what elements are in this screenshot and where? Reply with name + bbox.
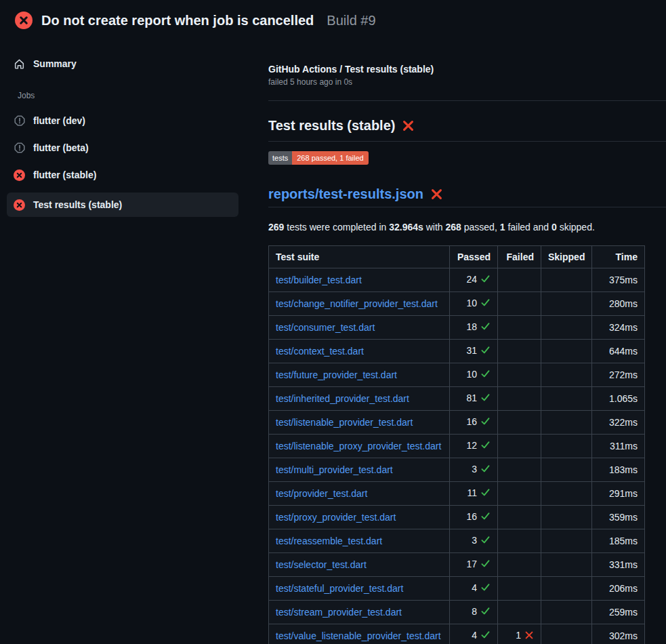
- sidebar-item-label: flutter (stable): [33, 169, 96, 180]
- passed-cell: 8: [450, 601, 498, 624]
- table-row: test/builder_test.dart24375ms: [269, 268, 645, 292]
- skipped-cell: [541, 411, 592, 435]
- suite-link[interactable]: test/listenable_proxy_provider_test.dart: [276, 441, 441, 451]
- time-cell: 322ms: [592, 411, 645, 435]
- page-title: Do not create report when job is cancell…: [41, 13, 314, 28]
- col-failed: Failed: [498, 246, 541, 268]
- time-cell: 272ms: [592, 363, 645, 387]
- table-row: test/consumer_test.dart18324ms: [269, 316, 645, 340]
- skipped-cell: [541, 506, 592, 529]
- suite-cell: test/listenable_provider_test.dart: [269, 411, 450, 435]
- suite-link[interactable]: test/builder_test.dart: [276, 275, 362, 285]
- time-cell: 359ms: [592, 506, 645, 529]
- suite-link[interactable]: test/value_listenable_provider_test.dart: [276, 630, 441, 641]
- suite-cell: test/stateful_provider_test.dart: [269, 577, 450, 601]
- passed-cell: 3: [450, 529, 498, 553]
- badge-label: tests: [268, 151, 292, 165]
- suite-cell: test/proxy_provider_test.dart: [269, 506, 450, 529]
- table-row: test/inherited_provider_test.dart811.065…: [269, 387, 645, 411]
- sidebar-item-flutter-stable[interactable]: flutter (stable): [7, 165, 238, 184]
- sidebar-item-label: Test results (stable): [33, 199, 122, 210]
- suite-link[interactable]: test/proxy_provider_test.dart: [276, 512, 396, 523]
- cancelled-icon: [14, 142, 25, 154]
- suite-link[interactable]: test/selector_test.dart: [276, 559, 367, 570]
- summary-sentence: 269 tests were completed in 32.964s with…: [268, 222, 666, 233]
- time-cell: 291ms: [592, 482, 645, 506]
- sidebar-item-test-results-stable[interactable]: Test results (stable): [7, 193, 238, 217]
- skipped-cell: [541, 458, 592, 482]
- suite-link[interactable]: test/stateful_provider_test.dart: [276, 583, 403, 594]
- col-passed: Passed: [450, 246, 498, 268]
- check-icon: [480, 440, 491, 453]
- x-icon: [524, 630, 534, 643]
- suite-link[interactable]: test/listenable_provider_test.dart: [276, 417, 413, 428]
- check-icon: [480, 487, 491, 500]
- passed-cell: 81: [450, 387, 498, 411]
- skipped-cell: [541, 292, 592, 316]
- time-cell: 259ms: [592, 601, 645, 624]
- passed-cell: 4: [450, 577, 498, 601]
- skipped-cell: [541, 363, 592, 387]
- table-row: test/reassemble_test.dart3185ms: [269, 529, 645, 553]
- suite-link[interactable]: test/future_provider_test.dart: [276, 369, 397, 380]
- failed-cell: [498, 435, 541, 458]
- suite-link[interactable]: test/inherited_provider_test.dart: [276, 393, 409, 404]
- passed-cell: 10: [450, 363, 498, 387]
- suite-cell: test/reassemble_test.dart: [269, 529, 450, 553]
- table-row: test/listenable_proxy_provider_test.dart…: [269, 435, 645, 458]
- skipped-cell: [541, 482, 592, 506]
- jobs-heading: Jobs: [18, 91, 268, 100]
- suite-cell: test/builder_test.dart: [269, 268, 450, 292]
- passed-cell: 24: [450, 268, 498, 292]
- test-results-table: Test suite Passed Failed Skipped Time te…: [268, 245, 645, 644]
- summary-total: 269: [268, 222, 284, 233]
- failed-icon: [15, 12, 33, 29]
- suite-cell: test/listenable_proxy_provider_test.dart: [269, 435, 450, 458]
- cancelled-icon: [14, 115, 25, 127]
- check-icon: [480, 559, 491, 571]
- suite-cell: test/stream_provider_test.dart: [269, 601, 450, 624]
- suite-cell: test/value_listenable_provider_test.dart: [269, 624, 450, 644]
- check-icon: [480, 321, 491, 334]
- suite-cell: test/provider_test.dart: [269, 482, 450, 506]
- sidebar-item-flutter-dev[interactable]: flutter (dev): [7, 111, 238, 130]
- failed-cell: [498, 601, 541, 624]
- suite-link[interactable]: test/provider_test.dart: [276, 488, 367, 499]
- failed-cell: [498, 268, 541, 292]
- suite-link[interactable]: test/multi_provider_test.dart: [276, 464, 393, 475]
- table-row: test/listenable_provider_test.dart16322m…: [269, 411, 645, 435]
- failed-cell: [498, 411, 541, 435]
- passed-cell: 31: [450, 340, 498, 363]
- suite-cell: test/future_provider_test.dart: [269, 363, 450, 387]
- check-icon: [480, 606, 491, 619]
- build-number: Build #9: [327, 13, 375, 28]
- suite-cell: test/selector_test.dart: [269, 553, 450, 577]
- failed-x-icon: [402, 119, 415, 132]
- suite-link[interactable]: test/stream_provider_test.dart: [276, 607, 402, 618]
- suite-link[interactable]: test/change_notifier_provider_test.dart: [276, 298, 438, 309]
- badge-value: 268 passed, 1 failed: [292, 151, 368, 165]
- time-cell: 1.065s: [592, 387, 645, 411]
- passed-cell: 11: [450, 482, 498, 506]
- check-icon: [480, 464, 491, 477]
- table-row: test/context_test.dart31644ms: [269, 340, 645, 363]
- passed-cell: 3: [450, 458, 498, 482]
- time-cell: 375ms: [592, 268, 645, 292]
- suite-link[interactable]: test/context_test.dart: [276, 346, 364, 357]
- time-cell: 331ms: [592, 553, 645, 577]
- suite-cell: test/context_test.dart: [269, 340, 450, 363]
- suite-link[interactable]: test/consumer_test.dart: [276, 322, 375, 333]
- suite-link[interactable]: test/reassemble_test.dart: [276, 536, 382, 546]
- check-icon: [480, 630, 491, 643]
- breadcrumb: GitHub Actions / Test results (stable): [268, 64, 666, 75]
- table-row: test/stream_provider_test.dart8259ms: [269, 601, 645, 624]
- report-title: reports/test-results.json: [268, 186, 666, 207]
- section-title-text: Test results (stable): [268, 118, 395, 134]
- section-title: Test results (stable): [268, 118, 666, 142]
- report-title-link[interactable]: reports/test-results.json: [268, 186, 423, 202]
- sidebar-item-summary[interactable]: Summary: [7, 54, 238, 73]
- summary-failed: 1: [500, 222, 505, 233]
- passed-cell: 4: [450, 624, 498, 644]
- skipped-cell: [541, 387, 592, 411]
- sidebar-item-flutter-beta[interactable]: flutter (beta): [7, 138, 238, 157]
